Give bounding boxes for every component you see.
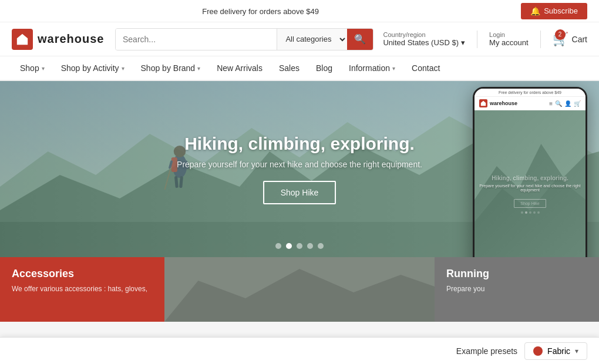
phone-logo-text: warehouse: [490, 100, 517, 106]
card-accessories[interactable]: Accessories We offer various accessories…: [0, 257, 164, 322]
slide-dot-4[interactable]: [307, 243, 313, 249]
phone-header: warehouse ≡ 🔍 👤 🛒: [475, 97, 585, 110]
nav-item-contact[interactable]: Contact: [403, 56, 448, 80]
cart-label: Cart: [572, 35, 587, 44]
account-label: My account: [489, 38, 528, 47]
phone-mockup: Free delivery for orders above $49 wareh…: [473, 87, 587, 257]
announcement-bar: Free delivery for orders above $49 🔔 Sub…: [0, 0, 599, 22]
nav-item-shop-by-activity[interactable]: Shop by Activity ▾: [53, 56, 133, 80]
warehouse-logo-icon: [12, 29, 33, 50]
category-select[interactable]: All categories: [277, 29, 347, 50]
subscribe-button[interactable]: 🔔 Subscribe: [521, 3, 587, 19]
nav-item-shop[interactable]: Shop ▾: [12, 56, 53, 80]
chevron-down-icon: ▾: [575, 347, 578, 355]
login-label: Login: [489, 31, 528, 38]
nav-item-shop-by-brand[interactable]: Shop by Brand ▾: [133, 56, 209, 80]
bottom-bar: Example presets Fabric ▾: [0, 337, 599, 364]
slide-dot-2[interactable]: [286, 243, 292, 249]
nav-item-information[interactable]: Information ▾: [341, 56, 403, 80]
slide-dot-1[interactable]: [275, 243, 281, 249]
nav-item-sales[interactable]: Sales: [271, 56, 308, 80]
phone-search-icon: 🔍: [555, 100, 562, 107]
divider-2: [540, 31, 541, 48]
hero-section: Hiking, climbing, exploring. Prepare you…: [0, 81, 599, 257]
card-running-desc: Prepare you: [446, 285, 587, 293]
subscribe-label: Subscribe: [544, 6, 578, 15]
announcement-text: Free delivery for orders above $49: [202, 7, 319, 16]
fabric-dropdown[interactable]: Fabric ▾: [524, 342, 587, 360]
shop-hike-button[interactable]: Shop Hike: [263, 181, 336, 204]
phone-logo-icon: [479, 99, 487, 107]
phone-cart-icon: 🛒: [574, 100, 581, 107]
search-input[interactable]: [116, 29, 277, 50]
cards-section: Accessories We offer various accessories…: [0, 257, 599, 322]
country-name: United States (USD $) ▾: [383, 38, 465, 47]
header: warehouse All categories 🔍 Country/regio…: [0, 22, 599, 56]
card-accessories-desc: We offer various accessories : hats, glo…: [12, 285, 153, 293]
logo-area[interactable]: warehouse: [12, 29, 106, 50]
bell-icon: 🔔: [530, 6, 540, 16]
chevron-down-icon: ▾: [461, 38, 465, 47]
nav-bar: Shop ▾ Shop by Activity ▾ Shop by Brand …: [0, 56, 599, 81]
country-region-area[interactable]: Country/region United States (USD $) ▾: [383, 31, 465, 47]
phone-user-icon: 👤: [564, 100, 571, 107]
search-button[interactable]: 🔍: [347, 29, 373, 50]
login-area[interactable]: Login My account: [489, 31, 528, 47]
logo-text: warehouse: [38, 32, 104, 46]
phone-announcement-text: Free delivery for orders above $49: [475, 89, 585, 97]
header-right: Country/region United States (USD $) ▾ L…: [383, 31, 587, 48]
card-accessories-title: Accessories: [12, 268, 153, 280]
cart-area[interactable]: 2 🛒 Cart: [553, 32, 587, 47]
card-middle[interactable]: [164, 257, 435, 322]
card-running[interactable]: Running Prepare you: [435, 257, 599, 322]
hero-title: Hiking, climbing, exploring.: [177, 134, 422, 154]
nav-item-blog[interactable]: Blog: [308, 56, 341, 80]
search-bar: All categories 🔍: [115, 28, 373, 50]
search-icon: 🔍: [354, 33, 366, 45]
phone-menu-icon: ≡: [549, 100, 553, 107]
card-running-title: Running: [446, 268, 587, 280]
fabric-color-dot: [533, 346, 543, 356]
hero-dots: [275, 243, 324, 249]
phone-header-icons: ≡ 🔍 👤 🛒: [549, 100, 581, 107]
cart-badge: 2: [555, 29, 566, 40]
phone-hero-sub: Prepare yourself for your next hike and …: [479, 184, 581, 192]
divider: [477, 31, 477, 48]
slide-dot-5[interactable]: [318, 243, 324, 249]
svg-marker-0: [17, 33, 28, 44]
fabric-label: Fabric: [547, 346, 570, 356]
svg-marker-13: [481, 101, 486, 106]
country-region-label: Country/region: [383, 31, 465, 38]
chevron-down-icon: ▾: [392, 65, 395, 72]
nav-item-new-arrivals[interactable]: New Arrivals: [208, 56, 271, 80]
chevron-down-icon: ▾: [42, 65, 45, 72]
chevron-down-icon: ▾: [122, 65, 124, 72]
phone-screen: Free delivery for orders above $49 wareh…: [475, 89, 585, 257]
slide-dot-3[interactable]: [297, 243, 302, 249]
phone-hero: Hiking, climbing, exploring. Prepare you…: [475, 110, 585, 257]
hero-content: Hiking, climbing, exploring. Prepare you…: [177, 134, 422, 204]
chevron-down-icon: ▾: [197, 65, 200, 72]
example-presets-label: Example presets: [456, 346, 517, 356]
hero-subtitle: Prepare yourself for your next hike and …: [177, 160, 422, 169]
